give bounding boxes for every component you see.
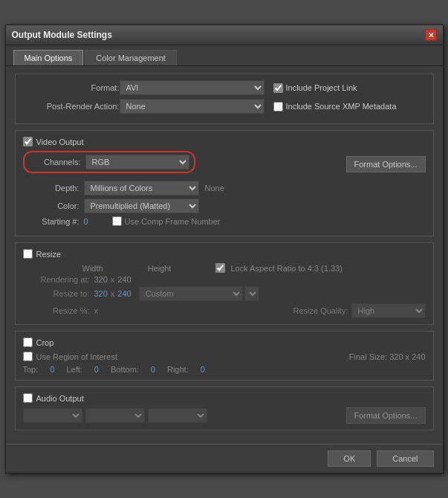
crop-section: Crop Use Region of Interest Final Size: … [15, 331, 434, 381]
ok-button[interactable]: OK [328, 450, 371, 467]
audio-output-checkbox[interactable] [23, 393, 33, 403]
format-select[interactable]: AVI [120, 80, 264, 95]
bottom-label: Bottom: [111, 365, 139, 374]
bottom-bar: OK Cancel [6, 444, 443, 473]
resize-title-row: Resize [23, 249, 426, 259]
lock-aspect-checkbox[interactable] [215, 263, 225, 273]
video-output-title-row: Video Output [23, 137, 426, 146]
audio-format-options-button[interactable]: Format Options... [346, 407, 426, 424]
dialog-window: Output Module Settings ✕ Main Options Co… [5, 25, 444, 473]
top-value: 0 [50, 365, 54, 374]
none-label: None [205, 184, 224, 193]
width-header: Width [82, 264, 103, 273]
channels-row: Channels: RGB [23, 151, 195, 173]
resize-pct-label: Resize %: [23, 306, 90, 315]
depth-label: Depth: [23, 184, 79, 193]
video-output-label: Video Output [36, 138, 84, 146]
crop-label: Crop [36, 338, 54, 347]
lock-aspect-label: Lock Aspect Ratio to 4:3 (1.33) [230, 264, 342, 273]
video-output-checkbox[interactable] [23, 137, 33, 146]
include-project-link-checkbox[interactable] [273, 83, 283, 93]
format-label: Format: [23, 83, 120, 92]
audio-output-title-row: Audio Output [23, 393, 426, 403]
dialog-body: Format: AVI Include Project Link Post-Re… [6, 66, 443, 444]
audio-select-2[interactable] [85, 408, 145, 423]
resize-section: Resize Width Height Lock Aspect Ratio to… [15, 242, 434, 325]
quality-select[interactable]: High [351, 303, 426, 318]
right-value: 0 [201, 365, 205, 374]
format-options-button[interactable]: Format Options... [346, 156, 426, 172]
left-value: 0 [94, 365, 99, 374]
depth-select[interactable]: Millions of Colors [84, 181, 199, 195]
quality-label: Resize Quality: [293, 306, 348, 315]
close-button[interactable]: ✕ [425, 29, 437, 41]
resize-to-h: 240 [117, 289, 131, 298]
color-label: Color: [23, 201, 79, 210]
color-select[interactable]: Premultiplied (Matted) [84, 198, 199, 213]
title-bar: Output Module Settings ✕ [6, 25, 443, 45]
left-label: Left: [66, 365, 82, 374]
top-label: Top: [23, 365, 39, 374]
resize-pct-x: x [94, 306, 99, 315]
audio-select-1[interactable] [23, 408, 82, 423]
tab-color-management[interactable]: Color Management [85, 50, 177, 65]
rendering-w: 320 [94, 275, 108, 284]
resize-label: Resize [36, 250, 62, 259]
tabs-bar: Main Options Color Management [6, 45, 443, 66]
use-comp-frame-label: Use Comp Frame Number [125, 217, 221, 226]
starting-label: Starting #: [23, 217, 79, 226]
resize-checkbox[interactable] [23, 249, 33, 259]
crop-checkbox[interactable] [23, 337, 33, 347]
use-roi-checkbox[interactable] [23, 352, 33, 361]
post-render-select[interactable]: None [120, 99, 264, 114]
crop-title-row: Crop [23, 337, 426, 347]
resize-to-label: Resize to: [23, 289, 90, 298]
include-xmp-checkbox[interactable] [273, 102, 283, 111]
channels-select[interactable]: RGB [85, 155, 189, 169]
resize-to-x: x [111, 289, 115, 298]
audio-output-section: Audio Output Format Options... [15, 387, 434, 430]
resize-preset-extra[interactable] [244, 286, 259, 301]
channels-label: Channels: [29, 158, 81, 166]
bottom-value: 0 [151, 365, 155, 374]
starting-value: 0 [84, 217, 106, 226]
use-comp-frame-checkbox[interactable] [112, 216, 122, 226]
height-header: Height [148, 264, 172, 273]
top-options-section: Format: AVI Include Project Link Post-Re… [15, 74, 434, 124]
rendering-label: Rendering at: [23, 275, 90, 284]
resize-to-w: 320 [94, 289, 108, 298]
final-size-label: Final Size: 320 x 240 [349, 352, 426, 361]
post-render-label: Post-Render Action: [23, 102, 120, 111]
resize-preset-select[interactable]: Custom [139, 286, 243, 301]
video-output-section: Video Output Channels: RGB Format Option… [15, 130, 434, 236]
right-label: Right: [167, 365, 189, 374]
tab-main-options[interactable]: Main Options [13, 50, 84, 65]
audio-output-label: Audio Output [36, 394, 84, 403]
use-roi-label: Use Region of Interest [36, 352, 117, 361]
audio-select-3[interactable] [148, 408, 207, 423]
include-xmp-label: Include Source XMP Metadata [286, 102, 397, 111]
dialog-title: Output Module Settings [12, 30, 112, 40]
cancel-button[interactable]: Cancel [377, 450, 433, 467]
include-project-link-label: Include Project Link [286, 83, 357, 92]
rendering-h: 240 [117, 275, 131, 284]
lock-aspect-row: Lock Aspect Ratio to 4:3 (1.33) [215, 263, 342, 273]
rendering-x: x [111, 275, 115, 284]
